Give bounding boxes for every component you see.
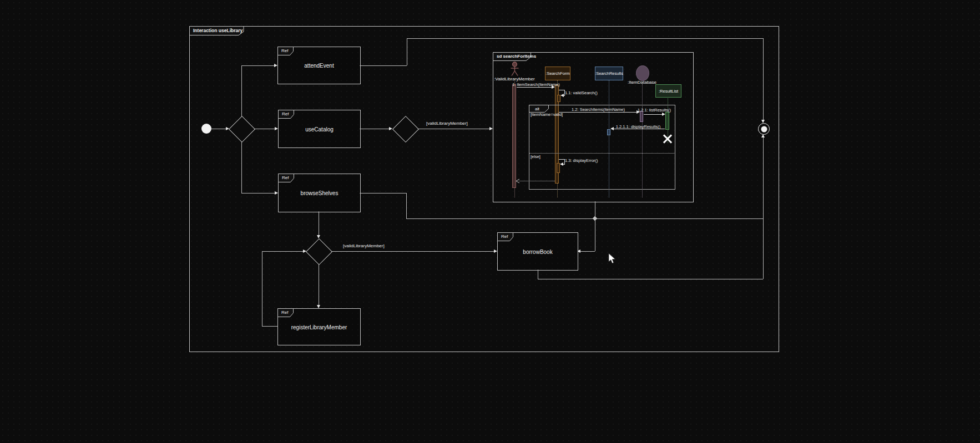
activity-node-label: browseShelves — [301, 190, 339, 196]
ref-browse-shelves[interactable]: Ref browseShelves — [278, 174, 361, 212]
message-line-m1-1 — [564, 90, 565, 96]
edge-bottom-route — [538, 279, 763, 279]
edge-to-attendevent — [241, 65, 274, 66]
ref-tab-label: Ref — [281, 48, 288, 53]
lifeline-label-searchresults: :SearchResults — [595, 71, 623, 76]
ref-tab-label: Ref — [281, 310, 288, 315]
message-line-m1-1 — [559, 90, 564, 90]
frame-title: Interaction useLibrary — [193, 28, 243, 33]
message-label: 1.2: SearchItems(itemName) — [572, 107, 625, 112]
mouse-cursor-icon — [608, 253, 617, 264]
final-node-core — [761, 126, 767, 132]
lifeline-head-searchresults[interactable]: :SearchResults — [595, 67, 623, 80]
edge-d3-to-register — [319, 264, 319, 305]
lifeline-label-itemdatabase: :ItemDatabase — [628, 80, 656, 85]
ref-use-catalog[interactable]: Ref useCatalog — [278, 110, 361, 148]
activity-node-label: registerLibraryMember — [291, 324, 347, 330]
arrowhead — [610, 127, 614, 130]
initial-node[interactable] — [201, 124, 211, 134]
edge-mid-route — [406, 218, 763, 219]
alt-guard-else: [else] — [531, 154, 540, 159]
actor-icon[interactable] — [509, 62, 520, 77]
message-label: 1.2.1: listResults() — [638, 108, 671, 113]
edge-browse-to-d3 — [319, 211, 319, 235]
lifeline-head-resultlist[interactable]: :ResultList — [655, 84, 681, 98]
edge-attendevent-out — [360, 65, 407, 66]
arrowhead — [560, 162, 563, 166]
edge-d1-down — [241, 141, 242, 193]
entity-ellipse-icon[interactable] — [636, 65, 649, 81]
destroy-x-icon — [663, 134, 673, 144]
message-line-m1 — [517, 87, 552, 88]
open-arrowhead — [516, 179, 520, 184]
guard-label: [validLibraryMember] — [426, 121, 468, 126]
alt-operator-label: alt — [535, 106, 539, 111]
arrowhead — [761, 134, 765, 138]
activity-node-label: borrowBook — [523, 248, 552, 254]
edge-sd-to-borrow — [580, 251, 595, 252]
arrowhead — [662, 113, 665, 116]
message-line-m1-3 — [559, 159, 564, 160]
guard-label: [validLibraryMember] — [343, 243, 385, 248]
edge-final-from-top — [763, 38, 764, 120]
arrowhead — [303, 249, 306, 253]
edge-borrow-down — [538, 269, 538, 279]
edge-register-riser — [262, 251, 262, 326]
message-line-m1-3 — [564, 159, 565, 165]
lifeline-label-searchform: :SearchForm — [545, 71, 569, 76]
arrowhead — [761, 120, 765, 123]
message-line-m1-3 — [563, 164, 564, 165]
edge-final-from-bottom — [763, 134, 764, 279]
diagram-canvas[interactable]: Interaction useLibrary [validLibraryMemb… — [0, 0, 980, 443]
alt-divider — [529, 153, 674, 154]
edge-sd-down — [595, 201, 595, 251]
edge-register-to-d3 — [262, 251, 303, 252]
arrowhead — [226, 127, 229, 130]
edge-browse-out — [360, 193, 406, 194]
activity-node-label: useCatalog — [305, 126, 334, 132]
edge-initial-to-d1 — [211, 129, 226, 129]
edge-to-browseshelves — [241, 193, 275, 194]
message-label: 1.1: validSearch() — [565, 90, 598, 95]
ref-tab-label: Ref — [282, 175, 289, 180]
edge-d2-to-sd — [418, 129, 489, 129]
edge-browse-down — [406, 193, 407, 218]
arrowhead — [317, 235, 320, 238]
activity-node-label: attendEvent — [304, 63, 334, 69]
lifeline-label-resultlist: :ResultList — [659, 89, 678, 94]
arrowhead — [552, 85, 555, 89]
message-line-m1-2-1 — [644, 114, 662, 115]
message-line-m1-2-1-1 — [614, 129, 665, 129]
ref-tab-label: Ref — [282, 111, 289, 116]
edge-attendevent-riser — [407, 38, 407, 65]
ref-attend-event[interactable]: Ref attendEvent — [277, 47, 361, 84]
ref-tab-label: Ref — [501, 234, 508, 239]
edge-top-route — [407, 38, 763, 39]
arrowhead — [389, 127, 392, 130]
arrowhead — [560, 94, 564, 97]
ref-borrow-book[interactable]: Ref borrowBook — [497, 232, 578, 271]
message-label: 1.3: displayError() — [565, 158, 598, 163]
message-line-m1-2 — [559, 112, 637, 113]
return-message-line — [519, 181, 555, 181]
final-node[interactable] — [758, 123, 770, 135]
edge-register-out — [262, 326, 277, 327]
edge-to-usecatalog — [254, 129, 275, 129]
edge-d1-up — [241, 65, 242, 117]
alt-guard-valid: [itemName=valid] — [531, 112, 563, 117]
lifeline-label-actor: :ValidLibraryMember — [494, 77, 534, 82]
edge-d3-to-borrow — [331, 251, 494, 252]
alt-fragment[interactable]: alt — [529, 105, 675, 190]
edge-usecatalog-out — [360, 129, 389, 129]
ref-register-library-member[interactable]: Ref registerLibraryMember — [277, 308, 361, 345]
sd-frame-title: sd searchForItems — [497, 54, 536, 59]
activation-actor — [512, 84, 516, 188]
lifeline-head-searchform[interactable]: :SearchForm — [545, 67, 570, 80]
